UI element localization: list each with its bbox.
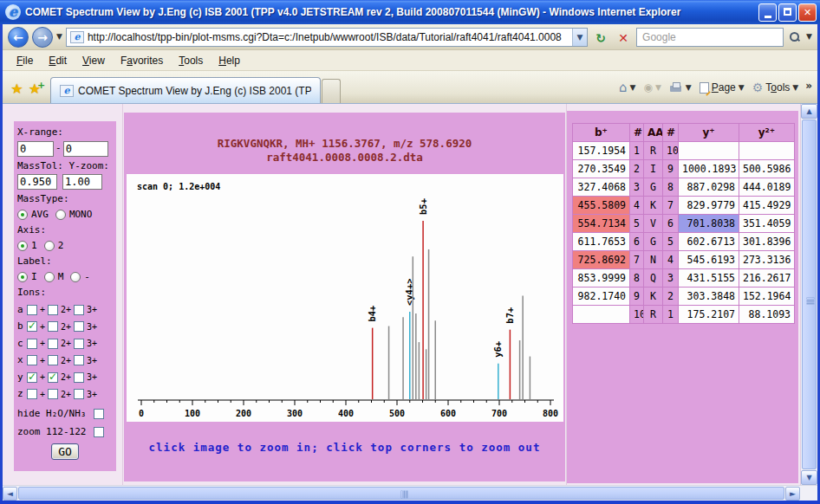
address-field[interactable]: e http://localhost/tpp-bin/plot-msms.cgi… [66, 28, 588, 47]
axis-radio-2[interactable] [44, 241, 55, 251]
ion-name-c: c [17, 337, 24, 352]
ion-checkbox-x-3+[interactable] [74, 355, 84, 365]
masstype-radio-mono[interactable] [55, 210, 66, 220]
ion-checkbox-c-+[interactable] [27, 339, 37, 349]
search-icon[interactable] [790, 32, 800, 42]
close-button[interactable]: ✕ [798, 3, 817, 22]
charge-label: 2+ [61, 337, 71, 350]
menu-item-help[interactable]: Help [212, 52, 247, 69]
print-button[interactable]: ▼ [667, 81, 694, 95]
browser-window: e COMET Spectrum View by J.Eng (c) ISB 2… [0, 0, 820, 504]
search-box[interactable]: Google [636, 28, 784, 47]
axis-tick-label: 800 [543, 409, 558, 418]
menu-item-file[interactable]: File [10, 52, 40, 69]
ion-checkbox-z-3+[interactable] [74, 389, 84, 399]
xrange-from-input[interactable] [17, 141, 54, 157]
hide-water-label: hide H₂O/NH₃ [17, 407, 86, 422]
new-tab-stub[interactable] [322, 79, 341, 103]
address-dropdown-icon[interactable]: ▼ [572, 29, 587, 46]
label-option-label: - [84, 270, 90, 285]
history-dropdown-icon[interactable]: ▼ [56, 33, 62, 41]
go-button[interactable]: GO [51, 443, 79, 460]
ion-name-x: x [17, 353, 24, 368]
maximize-button[interactable] [778, 3, 797, 22]
b-ion-cell: 611.7653 [573, 233, 630, 251]
ion-checkbox-y-+[interactable] [27, 372, 37, 383]
ion-checkbox-x-+[interactable] [27, 355, 37, 365]
b-ion-cell: 982.1740 [573, 288, 630, 306]
ion-name-b: b [17, 320, 24, 334]
yzoom-input[interactable] [62, 174, 102, 190]
ion-checkbox-b-+[interactable] [27, 321, 37, 332]
refresh-button[interactable]: ↻ [591, 28, 610, 47]
charge-label: 3+ [87, 320, 97, 333]
label-radio--[interactable] [70, 272, 81, 282]
add-favorite-icon[interactable]: ★+ [28, 78, 49, 100]
hide-water-checkbox[interactable] [94, 409, 104, 419]
ion-table-header-0: b⁺ [573, 124, 630, 142]
ion-table: b⁺#AA#y⁺y²⁺157.19541R10270.35492I91000.1… [572, 123, 795, 324]
label-radio-m[interactable] [44, 272, 55, 282]
tab-comet-spectrum[interactable]: e COMET Spectrum View by J.Eng (c) ISB 2… [50, 77, 321, 103]
ion-checkbox-c-3+[interactable] [74, 339, 84, 349]
ion-checkbox-y-3+[interactable] [74, 372, 84, 383]
b-index-cell: 7 [630, 251, 644, 269]
favorites-star-icon[interactable]: ★ [6, 78, 28, 100]
b-index-cell: 6 [630, 233, 644, 251]
scroll-down-icon[interactable]: ▼ [801, 470, 817, 485]
home-button[interactable]: ⌂ ▼ [616, 78, 638, 97]
ion-checkbox-z-2+[interactable] [48, 389, 58, 399]
back-button[interactable]: ← [8, 27, 29, 48]
ion-checkbox-a-3+[interactable] [74, 305, 84, 315]
ion-checkbox-b-2+[interactable] [48, 321, 58, 332]
ion-checkbox-b-3+[interactable] [74, 321, 84, 332]
spectrum-title-line2: raft4041.0008.0008.2.dta [124, 151, 565, 165]
ion-checkbox-a-2+[interactable] [48, 305, 58, 315]
y2-ion-cell: 351.4059 [739, 215, 795, 233]
menu-item-favorites[interactable]: Favorites [114, 52, 170, 69]
label-radio-i[interactable] [17, 272, 28, 282]
tools-menu-button[interactable]: ⚙ Tools ▼ [750, 79, 802, 96]
spectrum-plot[interactable]: scan 0; 1.2e+004010020030040050060070080… [127, 174, 563, 422]
ion-checkbox-a-+[interactable] [27, 305, 37, 315]
ion-checkbox-y-2+[interactable] [48, 372, 58, 383]
search-placeholder[interactable]: Google [637, 29, 783, 46]
scroll-up-icon[interactable]: ▲ [801, 104, 817, 119]
y-index-cell: 1 [663, 306, 679, 324]
xrange-to-input[interactable] [63, 141, 108, 157]
search-dropdown-icon[interactable]: ▼ [806, 33, 812, 41]
menu-item-tools[interactable]: Tools [172, 52, 210, 69]
feeds-button[interactable]: ◉ ▼ [641, 80, 663, 95]
ion-table-row: 270.35492I91000.1893500.5986 [573, 160, 795, 178]
axis-radio-1[interactable] [17, 241, 28, 251]
ion-checkbox-z-+[interactable] [27, 389, 37, 399]
ion-checkbox-x-2+[interactable] [48, 355, 58, 365]
url-text[interactable]: http://localhost/tpp-bin/plot-msms.cgi?D… [88, 28, 572, 47]
ion-name-y: y [17, 371, 24, 385]
ion-checkbox-c-2+[interactable] [48, 339, 58, 349]
scroll-right-icon[interactable]: ► [785, 487, 800, 501]
vertical-scroll-thumb[interactable] [802, 120, 817, 469]
horizontal-scroll-thumb[interactable] [18, 487, 784, 500]
tab-favicon: e [60, 85, 74, 97]
y2-ion-cell: 301.8396 [739, 233, 795, 251]
forward-button[interactable]: → [32, 27, 53, 48]
scroll-left-icon[interactable]: ◄ [3, 487, 17, 501]
more-toolbar-icon[interactable]: » [804, 80, 814, 92]
menu-item-view[interactable]: View [75, 52, 112, 69]
axis-tick-label: 600 [440, 409, 456, 418]
masstol-input[interactable] [17, 174, 57, 190]
menu-item-edit[interactable]: Edit [42, 52, 74, 69]
masstype-radio-avg[interactable] [17, 210, 28, 220]
page-menu-button[interactable]: Page ▼ [697, 80, 747, 95]
horizontal-scrollbar[interactable]: ◄ ► [3, 485, 817, 501]
zoom-range-checkbox[interactable] [94, 427, 104, 437]
stop-button[interactable]: ✕ [614, 28, 633, 47]
ion-name-a: a [17, 303, 24, 318]
tab-label: COMET Spectrum View by J.Eng (c) ISB 200… [78, 85, 311, 97]
y-index-cell: 3 [663, 269, 679, 288]
minimize-button[interactable] [758, 3, 777, 22]
y-index-cell: 7 [663, 197, 679, 215]
ion-table-header-5: y²⁺ [739, 124, 795, 142]
vertical-scrollbar[interactable]: ▲ ▼ [800, 104, 817, 485]
